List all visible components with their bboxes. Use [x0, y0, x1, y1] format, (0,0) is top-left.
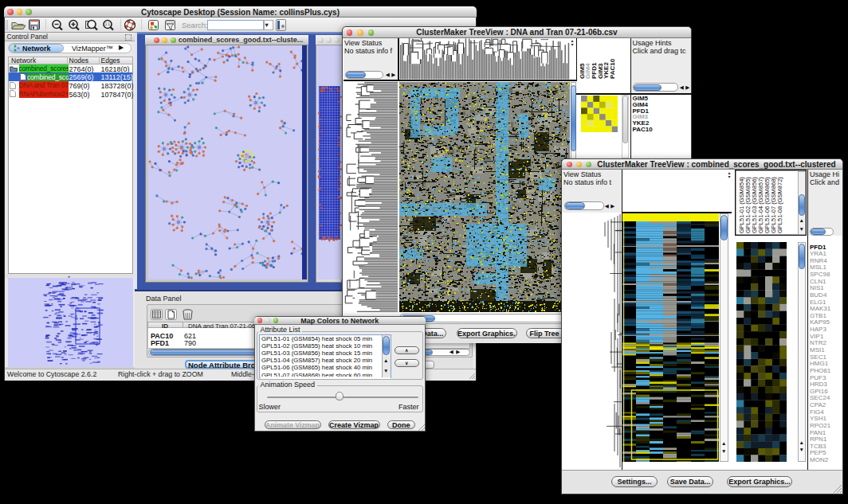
svg-text:1:1: 1:1 — [105, 22, 111, 26]
svg-text:GPL51-08 (GSM872): GPL51-08 (GSM872) — [776, 177, 783, 233]
svg-text:PAC10: PAC10 — [609, 58, 616, 79]
